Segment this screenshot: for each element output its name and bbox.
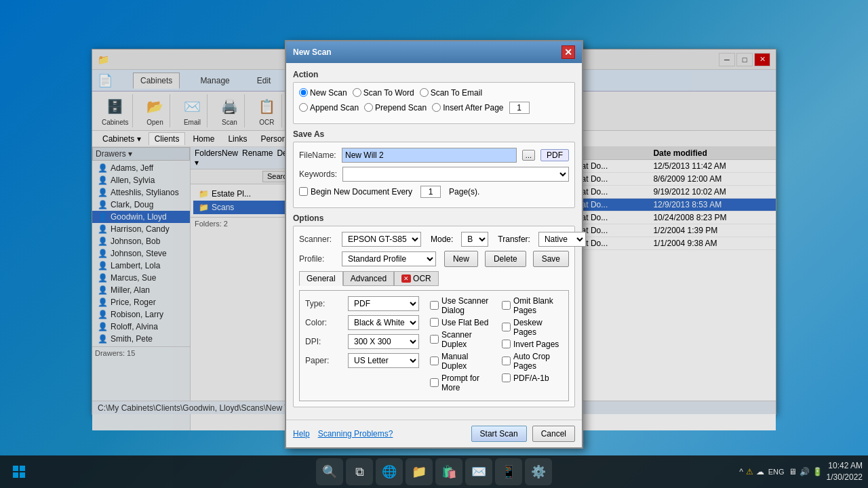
paper-select[interactable]: US Letter <box>348 353 419 368</box>
pages-label: Page(s). <box>449 187 479 197</box>
filename-input[interactable] <box>342 148 517 163</box>
radio-scan-to-email-label: Scan To Email <box>431 88 482 98</box>
insert-page-number[interactable] <box>509 102 530 114</box>
dialog-footer: Help Scanning Problems? Start Scan Cance… <box>286 420 582 447</box>
mode-select[interactable]: B <box>461 232 488 247</box>
radio-prepend-scan[interactable]: Prepend Scan <box>364 103 427 113</box>
dialog-title-bar: New Scan ✕ <box>286 41 582 63</box>
footer-buttons: Start Scan Cancel <box>471 426 575 442</box>
scanner-select[interactable]: EPSON GT-S85 <box>342 232 421 247</box>
radio-append-scan-input[interactable] <box>299 103 308 112</box>
cb-invert-pages[interactable]: Invert Pages <box>502 340 563 349</box>
help-link[interactable]: Help <box>293 429 310 439</box>
radio-scan-to-word-label: Scan To Word <box>363 88 414 98</box>
begin-new-doc-label: Begin New Document Every <box>311 187 412 197</box>
tab-ocr[interactable]: ✕ OCR <box>394 271 439 286</box>
radio-new-scan-input[interactable] <box>299 88 308 97</box>
tab-advanced[interactable]: Advanced <box>343 271 394 286</box>
footer-links: Help Scanning Problems? <box>293 429 393 439</box>
filename-row: FileName: ... PDF <box>299 148 569 163</box>
profile-select[interactable]: Standard Profile <box>342 251 436 266</box>
filename-label: FileName: <box>299 150 336 160</box>
save-as-section-label: Save As <box>293 129 575 139</box>
new-scan-dialog: New Scan ✕ Action New Scan Scan To Word <box>285 40 583 449</box>
transfer-label: Transfer: <box>498 235 530 244</box>
dpi-select[interactable]: 300 X 300 <box>348 334 419 349</box>
paper-label: Paper: <box>305 356 342 365</box>
type-row: Type: PDF <box>305 296 419 311</box>
color-select[interactable]: Black & White <box>348 315 419 330</box>
action-row2: Append Scan Prepend Scan Insert After Pa… <box>299 102 569 114</box>
options-section: Scanner: EPSON GT-S85 Mode: B Transfer: … <box>293 226 575 407</box>
radio-insert-after[interactable]: Insert After Page <box>432 103 503 113</box>
tab-general[interactable]: General <box>299 271 343 286</box>
options-middle-col: Use Scanner Dialog Use Flat Bed Scanner … <box>430 296 491 395</box>
cb-auto-crop-pages-input[interactable] <box>502 357 511 365</box>
keywords-select[interactable] <box>342 167 569 182</box>
cb-invert-pages-input[interactable] <box>502 340 511 348</box>
cb-use-scanner-dialog-input[interactable] <box>430 301 439 310</box>
cb-pdf-a-1b-input[interactable] <box>502 373 511 382</box>
cb-deskew-pages-input[interactable] <box>502 323 511 331</box>
cb-manual-duplex[interactable]: Manual Duplex <box>430 352 491 371</box>
cb-omit-blank-pages[interactable]: Omit Blank Pages <box>502 296 563 315</box>
cb-prompt-for-more[interactable]: Prompt for More <box>430 373 491 392</box>
cb-use-flat-bed[interactable]: Use Flat Bed <box>430 318 491 327</box>
dialog-overlay: New Scan ✕ Action New Scan Scan To Word <box>0 0 868 488</box>
radio-new-scan-label: New Scan <box>310 88 347 98</box>
options-tabs: General Advanced ✕ OCR <box>299 271 569 286</box>
radio-scan-to-word[interactable]: Scan To Word <box>353 88 414 98</box>
color-row: Color: Black & White <box>305 315 419 330</box>
radio-prepend-scan-input[interactable] <box>364 103 373 112</box>
radio-scan-to-email[interactable]: Scan To Email <box>420 88 482 98</box>
scanning-problems-link[interactable]: Scanning Problems? <box>318 429 393 439</box>
options-content: Type: PDF Color: Black & White <box>299 290 569 401</box>
dpi-row: DPI: 300 X 300 <box>305 334 419 349</box>
desktop: 📁 FileCenter Professional ─ □ ✕ 📄 Cabine… <box>0 0 868 488</box>
begin-doc-page-count[interactable] <box>420 186 441 198</box>
profile-label: Profile: <box>299 254 336 264</box>
keywords-label: Keywords: <box>299 169 337 179</box>
cb-use-flat-bed-input[interactable] <box>430 318 439 327</box>
mode-label: Mode: <box>431 235 453 244</box>
cb-manual-duplex-input[interactable] <box>430 357 439 365</box>
radio-insert-after-label: Insert After Page <box>443 103 503 113</box>
cb-scanner-duplex-input[interactable] <box>430 335 439 344</box>
scanner-label: Scanner: <box>299 235 336 244</box>
cb-auto-crop-pages[interactable]: Auto Crop Pages <box>502 352 563 371</box>
cb-prompt-for-more-input[interactable] <box>430 378 439 387</box>
type-select[interactable]: PDF <box>348 296 419 311</box>
dialog-close-button[interactable]: ✕ <box>561 45 575 59</box>
radio-scan-to-word-input[interactable] <box>353 88 361 97</box>
cb-omit-blank-pages-input[interactable] <box>502 301 511 310</box>
scanner-row: Scanner: EPSON GT-S85 Mode: B Transfer: … <box>299 232 569 247</box>
dialog-body: Action New Scan Scan To Word <box>286 63 582 420</box>
profile-new-button[interactable]: New <box>444 251 478 267</box>
radio-append-scan[interactable]: Append Scan <box>299 103 359 113</box>
cb-deskew-pages[interactable]: Deskew Pages <box>502 318 563 337</box>
color-label: Color: <box>305 318 342 327</box>
options-right-col: Omit Blank Pages Deskew Pages Invert Pag… <box>502 296 563 395</box>
options-two-col: Type: PDF Color: Black & White <box>305 296 563 395</box>
cb-use-scanner-dialog[interactable]: Use Scanner Dialog <box>430 296 491 315</box>
dialog-title-text: New Scan <box>293 47 332 57</box>
start-scan-button[interactable]: Start Scan <box>471 426 527 442</box>
action-section-label: Action <box>293 70 575 79</box>
options-left-col: Type: PDF Color: Black & White <box>305 296 419 395</box>
browse-button[interactable]: ... <box>522 150 535 161</box>
save-as-section: FileName: ... PDF Keywords: Begin New Do… <box>293 142 575 208</box>
radio-new-scan[interactable]: New Scan <box>299 88 347 98</box>
cb-pdf-a-1b[interactable]: PDF/A-1b <box>502 373 563 383</box>
transfer-select[interactable]: Native <box>538 232 586 247</box>
profile-delete-button[interactable]: Delete <box>485 251 526 267</box>
pdf-button[interactable]: PDF <box>540 149 569 161</box>
cb-scanner-duplex[interactable]: Scanner Duplex <box>430 330 491 349</box>
type-label: Type: <box>305 299 342 308</box>
radio-insert-after-input[interactable] <box>432 103 441 112</box>
profile-save-button[interactable]: Save <box>533 251 569 267</box>
cancel-button[interactable]: Cancel <box>532 426 575 442</box>
begin-new-doc-checkbox-label[interactable]: Begin New Document Every <box>299 187 412 197</box>
begin-new-doc-checkbox[interactable] <box>299 187 308 196</box>
radio-scan-to-email-input[interactable] <box>420 88 429 97</box>
ocr-badge: ✕ <box>401 274 411 283</box>
